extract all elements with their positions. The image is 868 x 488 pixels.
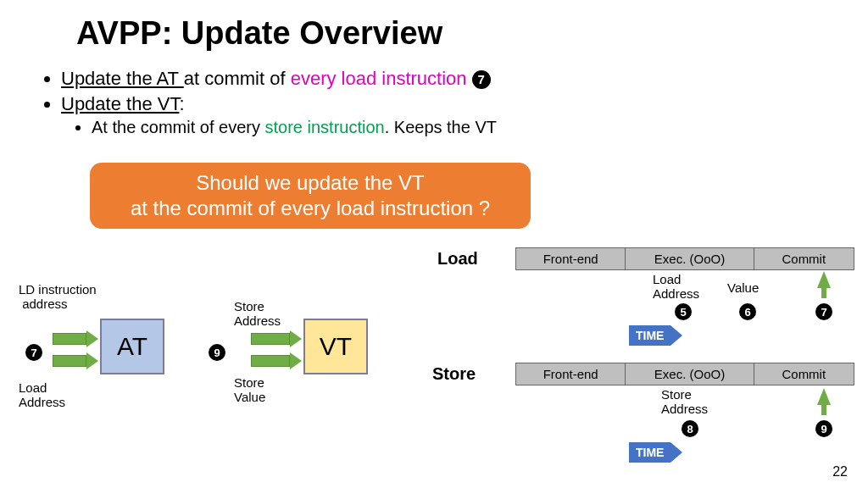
at-arrow1-icon	[53, 330, 98, 347]
sub1-store: store instruction	[265, 118, 385, 136]
slide-title: AVPP: Update Overview	[76, 15, 442, 52]
load-addr-label: Load Address	[653, 273, 699, 301]
load-stage-exec: Exec. (OoO)	[626, 248, 754, 269]
num-5: 5	[675, 303, 692, 320]
bullet-list: Update the AT at commit of every load in…	[34, 66, 497, 162]
at-arrow2-icon	[53, 352, 98, 369]
num-9-vt: 9	[209, 344, 225, 361]
num-7-inline: 7	[472, 70, 491, 89]
at-in2-label: Load Address	[19, 381, 65, 409]
vt-in1-label: Store Address	[234, 300, 281, 328]
num-7-at: 7	[25, 344, 42, 361]
store-pipeline: Front-end Exec. (OoO) Commit	[515, 363, 854, 385]
callout-box: Should we update the VT at the commit of…	[90, 163, 531, 229]
num-9-store: 9	[815, 420, 832, 437]
store-commit-arrow-icon	[817, 388, 831, 405]
bullet1-mid: at commit of	[184, 68, 291, 89]
vt-in2-label: Store Value	[234, 376, 265, 404]
vt-arrow2-icon	[251, 352, 302, 369]
num-7-load: 7	[815, 303, 832, 320]
bullet2-text: Update the VT	[61, 93, 179, 114]
at-in1-label: LD instruction address	[19, 283, 97, 311]
store-label: Store	[432, 364, 476, 384]
callout-line1: Should we update the VT	[90, 170, 531, 196]
bullet-2: Update the VT: At the commit of every st…	[61, 92, 497, 163]
vt-arrow1-icon	[251, 330, 302, 347]
store-stage-frontend: Front-end	[516, 363, 626, 385]
sub1-pre: At the commit of every	[92, 118, 265, 136]
sub-bullet-1: At the commit of every store instruction…	[92, 116, 497, 139]
time-label-store: TIME	[629, 442, 670, 463]
load-value-label: Value	[727, 281, 759, 296]
load-stage-commit: Commit	[754, 248, 854, 269]
load-commit-arrow-icon	[817, 271, 831, 288]
load-pipeline: Front-end Exec. (OoO) Commit	[515, 247, 854, 270]
num-8: 8	[682, 420, 698, 437]
time-label-load: TIME	[629, 325, 670, 346]
store-time-arrow: TIME	[629, 442, 682, 463]
sub1-post: . Keeps the VT	[385, 118, 497, 136]
load-time-arrow: TIME	[629, 325, 682, 346]
num-6: 6	[739, 303, 756, 320]
store-stage-commit: Commit	[754, 363, 854, 385]
callout-line2: at the commit of every load instruction …	[90, 196, 531, 221]
at-box: AT	[100, 319, 164, 374]
load-label: Load	[437, 249, 478, 269]
vt-box: VT	[303, 319, 368, 374]
store-stage-exec: Exec. (OoO)	[626, 363, 754, 385]
page-number: 22	[832, 464, 848, 480]
bullet-1: Update the AT at commit of every load in…	[61, 66, 497, 92]
store-addr-label: Store Address	[661, 388, 708, 416]
load-stage-frontend: Front-end	[516, 248, 626, 269]
bullet1-underline: Update the AT	[61, 68, 184, 89]
time-head-load-icon	[670, 325, 682, 346]
bullet1-load: every load instruction	[291, 68, 467, 89]
time-head-store-icon	[670, 442, 682, 463]
